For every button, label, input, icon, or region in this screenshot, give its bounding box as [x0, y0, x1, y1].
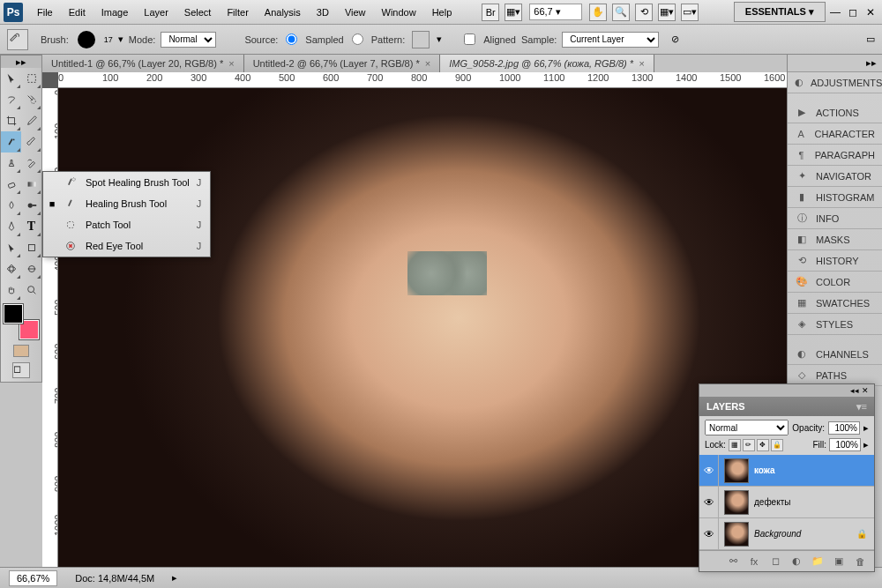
mini-swatch[interactable]: [13, 345, 29, 357]
lasso-tool[interactable]: [1, 89, 21, 110]
lock-all-icon[interactable]: 🔒: [771, 439, 783, 451]
pen-tool[interactable]: [1, 216, 21, 237]
marquee-tool[interactable]: [21, 68, 41, 89]
launch-bridge-icon[interactable]: Br: [482, 4, 499, 21]
adjustment-layer-icon[interactable]: ◐: [789, 555, 804, 569]
layer-item-3[interactable]: 👁 Background 🔒: [699, 518, 874, 550]
panel-swatches[interactable]: ▦SWATCHES: [788, 293, 882, 314]
shape-tool[interactable]: [21, 237, 41, 258]
hand-tool-icon[interactable]: ✋: [589, 4, 607, 21]
flyout-patch[interactable]: Patch Tool J: [43, 214, 210, 235]
visibility-toggle[interactable]: 👁: [699, 487, 719, 517]
document-canvas[interactable]: [58, 88, 787, 567]
collapse-panel-icon[interactable]: ◂◂ ✕: [850, 386, 869, 395]
layer-thumbnail[interactable]: [724, 458, 749, 483]
panel-history[interactable]: ⟲HISTORY: [788, 250, 882, 272]
fill-slider-icon[interactable]: ▸: [863, 439, 869, 450]
menu-3d[interactable]: 3D: [310, 4, 336, 21]
doc-tab-1[interactable]: Untitled-1 @ 66,7% (Layer 20, RGB/8) *×: [42, 55, 244, 72]
minimize-button[interactable]: —: [829, 6, 841, 19]
doc-tab-2[interactable]: Untitled-2 @ 66,7% (Layer 7, RGB/8) *×: [244, 55, 441, 72]
screen-mode-icon[interactable]: ▭▾: [681, 4, 699, 21]
horizontal-ruler[interactable]: 0100200300400500600700800900100011001200…: [58, 72, 787, 88]
layer-mask-icon[interactable]: ◻: [768, 555, 782, 569]
source-pattern-radio[interactable]: [352, 33, 363, 45]
status-zoom[interactable]: 66,67%: [9, 570, 57, 586]
menu-view[interactable]: View: [338, 4, 373, 21]
maximize-button[interactable]: ◻: [847, 6, 859, 19]
quick-mask-toggle[interactable]: ◻: [12, 362, 30, 378]
sample-select[interactable]: Current Layer: [562, 32, 659, 48]
lock-transparency-icon[interactable]: ▦: [729, 439, 741, 451]
opacity-slider-icon[interactable]: ▸: [863, 422, 869, 434]
pattern-swatch[interactable]: [412, 31, 430, 48]
hand-tool[interactable]: [1, 279, 21, 301]
zoom-level-input[interactable]: 66,7 ▾: [529, 4, 582, 20]
flyout-healing-brush[interactable]: ■ Healing Brush Tool J: [43, 193, 210, 214]
delete-layer-icon[interactable]: 🗑: [853, 555, 867, 569]
opacity-value[interactable]: 100%: [828, 421, 860, 435]
panel-character[interactable]: ACHARACTER: [788, 123, 882, 145]
menu-select[interactable]: Select: [177, 4, 219, 21]
quick-select-tool[interactable]: [21, 89, 41, 110]
menu-edit[interactable]: Edit: [62, 4, 93, 21]
menu-window[interactable]: Window: [375, 4, 423, 21]
flyout-spot-healing[interactable]: Spot Healing Brush Tool J: [43, 172, 210, 193]
layer-item-1[interactable]: 👁 кожа: [699, 455, 874, 487]
dodge-tool[interactable]: [21, 195, 41, 216]
layer-style-icon[interactable]: fx: [747, 555, 761, 569]
3d-orbit-tool[interactable]: [21, 258, 41, 279]
blend-mode-select[interactable]: Normal: [161, 32, 216, 48]
panel-paragraph[interactable]: ¶PARAGRAPH: [788, 145, 882, 166]
menu-help[interactable]: Help: [425, 4, 460, 21]
panel-histogram[interactable]: ▮HISTOGRAM: [788, 187, 882, 208]
menu-image[interactable]: Image: [94, 4, 136, 21]
gradient-tool[interactable]: [21, 174, 41, 195]
view-extras-icon[interactable]: ▦▾: [505, 4, 522, 21]
panel-masks[interactable]: ◧MASKS: [788, 229, 882, 250]
move-tool[interactable]: [1, 68, 21, 89]
layer-group-icon[interactable]: 📁: [811, 555, 825, 569]
ignore-adj-icon[interactable]: ⊘: [671, 33, 679, 45]
new-layer-icon[interactable]: ▣: [832, 555, 846, 569]
visibility-toggle[interactable]: 👁: [699, 518, 719, 549]
fill-value[interactable]: 100%: [829, 438, 861, 451]
menu-layer[interactable]: Layer: [137, 4, 176, 21]
layers-panel-tab[interactable]: LAYERS▾≡: [699, 397, 874, 416]
menu-analysis[interactable]: Analysis: [258, 4, 308, 21]
panel-styles[interactable]: ◈STYLES: [788, 314, 882, 335]
healing-brush-tool[interactable]: [1, 131, 21, 153]
foreground-color-swatch[interactable]: [4, 304, 23, 324]
layer-thumbnail[interactable]: [724, 490, 749, 515]
brush-tool[interactable]: [21, 131, 41, 153]
eraser-tool[interactable]: [1, 174, 21, 195]
layer-blend-select[interactable]: Normal: [705, 420, 789, 435]
panel-info[interactable]: ⓘINFO: [788, 208, 882, 229]
brush-preview[interactable]: [78, 31, 95, 48]
layer-thumbnail[interactable]: [724, 522, 749, 547]
brush-dropdown-icon[interactable]: ▾: [118, 33, 123, 45]
zoom-tool[interactable]: [21, 279, 41, 301]
vertical-ruler[interactable]: 01002003004005006007008009001000: [42, 88, 58, 567]
panel-navigator[interactable]: ✦NAVIGATOR: [788, 166, 882, 187]
3d-rotate-tool[interactable]: [1, 258, 21, 279]
collapse-dock-icon[interactable]: ▸▸: [866, 57, 877, 69]
workspace-switcher[interactable]: ESSENTIALS ▾: [734, 2, 826, 22]
collapse-toolbox-icon[interactable]: ▸▸: [1, 56, 41, 68]
menu-file[interactable]: File: [30, 4, 60, 21]
zoom-tool-icon[interactable]: 🔍: [612, 4, 630, 21]
layer-item-2[interactable]: 👁 дефекты: [699, 487, 874, 518]
visibility-toggle[interactable]: 👁: [699, 455, 719, 486]
panel-channels[interactable]: ◐CHANNELS: [788, 344, 882, 365]
blur-tool[interactable]: [1, 195, 21, 216]
link-layers-icon[interactable]: ⚯: [726, 555, 740, 569]
doc-tab-3[interactable]: IMG_9058-2.jpg @ 66,7% (кожа, RGB/8) *×: [440, 55, 654, 72]
close-tab-icon[interactable]: ×: [425, 58, 430, 69]
status-menu-icon[interactable]: ▸: [172, 572, 177, 584]
panel-adjustments[interactable]: ◐ADJUSTMENTS: [788, 72, 882, 93]
crop-tool[interactable]: [1, 110, 21, 131]
arrange-docs-icon[interactable]: ▦▾: [658, 4, 676, 21]
color-swatches[interactable]: [4, 304, 39, 339]
menu-filter[interactable]: Filter: [220, 4, 255, 21]
rotate-view-icon[interactable]: ⟲: [635, 4, 653, 21]
